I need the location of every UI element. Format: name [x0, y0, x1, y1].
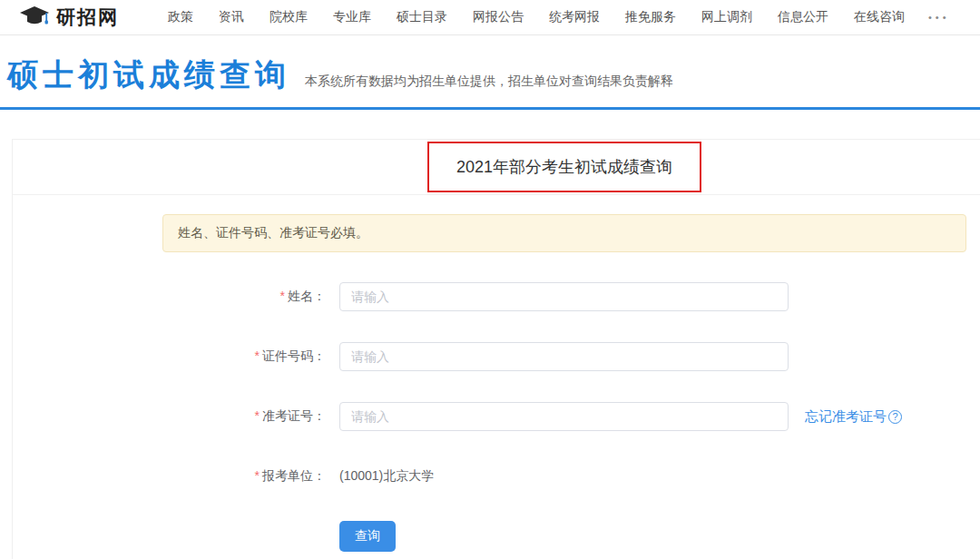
site-logo[interactable]: 研招网 — [18, 5, 119, 30]
nav-item-exempt-service[interactable]: 推免服务 — [625, 9, 676, 25]
graduation-cap-icon — [18, 5, 51, 30]
page-title: 硕士初试成绩查询 — [7, 54, 290, 95]
id-number-label: *证件号码： — [13, 348, 326, 365]
required-star-icon: * — [255, 348, 260, 363]
required-fields-alert: 姓名、证件号码、准考证号必填。 — [162, 214, 966, 252]
target-unit-value: (10001)北京大学 — [339, 468, 434, 485]
name-input[interactable] — [339, 282, 789, 311]
ticket-number-label: *准考证号： — [13, 408, 326, 425]
card-header: 2021年部分考生初试成绩查询 — [13, 140, 980, 195]
required-star-icon: * — [255, 408, 260, 423]
site-logo-text: 研招网 — [56, 5, 119, 30]
form-row-submit: 查询 — [13, 522, 980, 551]
nav-more-ellipsis-icon[interactable]: ••• — [928, 12, 950, 23]
forgot-ticket-link[interactable]: 忘记准考证号? — [805, 408, 902, 426]
main-content: 2021年部分考生初试成绩查询 姓名、证件号码、准考证号必填。 *姓名： *证件… — [0, 110, 980, 559]
nav-menu: 政策 资讯 院校库 专业库 硕士目录 网报公告 统考网报 推免服务 网上调剂 信… — [142, 9, 905, 25]
nav-item-online-adjust[interactable]: 网上调剂 — [701, 9, 752, 25]
required-star-icon: * — [280, 289, 285, 303]
page-subtitle: 本系统所有数据均为招生单位提供，招生单位对查询结果负责解释 — [305, 74, 673, 90]
nav-item-school-lib[interactable]: 院校库 — [270, 9, 308, 25]
required-star-icon: * — [255, 468, 260, 483]
nav-item-major-lib[interactable]: 专业库 — [333, 9, 371, 25]
ticket-number-input[interactable] — [339, 402, 789, 431]
score-query-form: *姓名： *证件号码： *准考证号： 忘记准考证号? *报考单位： (10001… — [13, 282, 980, 551]
page-header: 硕士初试成绩查询 本系统所有数据均为招生单位提供，招生单位对查询结果负责解释 — [0, 35, 980, 107]
id-number-input[interactable] — [339, 342, 789, 371]
alert-text: 姓名、证件号码、准考证号必填。 — [178, 225, 368, 241]
target-unit-label: *报考单位： — [13, 468, 326, 485]
form-row-id-number: *证件号码： — [13, 342, 980, 371]
form-row-ticket-number: *准考证号： 忘记准考证号? — [13, 402, 980, 431]
nav-item-unified-exam[interactable]: 统考网报 — [549, 9, 600, 25]
form-row-name: *姓名： — [13, 282, 980, 311]
nav-item-news[interactable]: 资讯 — [219, 9, 244, 25]
card-title: 2021年部分考生初试成绩查询 — [456, 156, 672, 178]
nav-item-policy[interactable]: 政策 — [168, 9, 193, 25]
nav-item-info-public[interactable]: 信息公开 — [778, 9, 828, 25]
query-card: 2021年部分考生初试成绩查询 姓名、证件号码、准考证号必填。 *姓名： *证件… — [12, 139, 980, 559]
question-circle-icon: ? — [888, 410, 902, 424]
nav-item-online-consult[interactable]: 在线咨询 — [854, 9, 905, 25]
form-row-target-unit: *报考单位： (10001)北京大学 — [13, 462, 980, 491]
query-button[interactable]: 查询 — [339, 521, 396, 552]
top-nav: 研招网 政策 资讯 院校库 专业库 硕士目录 网报公告 统考网报 推免服务 网上… — [0, 0, 980, 35]
nav-item-master-catalog[interactable]: 硕士目录 — [397, 9, 447, 25]
name-label: *姓名： — [13, 289, 326, 305]
nav-item-report-notice[interactable]: 网报公告 — [473, 9, 524, 25]
